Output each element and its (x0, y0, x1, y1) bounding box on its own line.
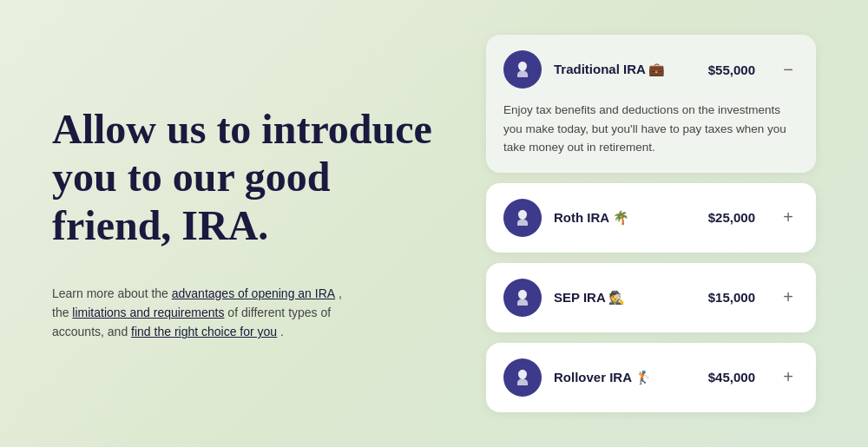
ira-toggle-traditional[interactable]: − (778, 59, 799, 80)
ira-card-traditional: Traditional IRA 💼$55,000−Enjoy tax benef… (486, 35, 816, 173)
ira-icon-sep (503, 279, 542, 317)
page-container: Allow us to introduce you to our good fr… (0, 0, 868, 447)
ira-description-traditional: Enjoy tax benefits and deductions on the… (503, 101, 799, 157)
ira-name-rollover: Rollover IRA 🏌️ (554, 370, 696, 385)
ira-name-sep: SEP IRA 🕵️ (554, 290, 696, 306)
ira-card-roth: Roth IRA 🌴$25,000+ (486, 183, 816, 253)
ira-card-header-sep: SEP IRA 🕵️$15,000+ (503, 279, 799, 317)
ira-card-header-roth: Roth IRA 🌴$25,000+ (503, 199, 799, 237)
ira-toggle-sep[interactable]: + (778, 287, 799, 308)
ira-card-sep: SEP IRA 🕵️$15,000+ (486, 263, 816, 332)
ira-amount-roth: $25,000 (708, 210, 755, 225)
ira-icon-rollover (503, 358, 542, 397)
right-panel: Traditional IRA 💼$55,000−Enjoy tax benef… (486, 35, 816, 412)
ira-icon-traditional (503, 50, 542, 89)
ira-name-traditional: Traditional IRA 💼 (554, 62, 696, 77)
ira-toggle-rollover[interactable]: + (778, 367, 799, 388)
link-advantages[interactable]: advantages of opening an IRA (172, 286, 335, 300)
ira-card-header-traditional: Traditional IRA 💼$55,000− (503, 50, 799, 89)
ira-card-rollover: Rollover IRA 🏌️$45,000+ (486, 343, 816, 412)
description-prefix: Learn more about the (52, 286, 172, 300)
description-suffix: . (280, 325, 284, 339)
ira-icon-roth (503, 199, 542, 237)
left-panel: Allow us to introduce you to our good fr… (52, 105, 434, 342)
link-right-choice[interactable]: find the right choice for you (131, 325, 277, 339)
ira-card-header-rollover: Rollover IRA 🏌️$45,000+ (503, 358, 799, 397)
ira-amount-sep: $15,000 (708, 290, 755, 305)
ira-amount-traditional: $55,000 (708, 62, 755, 77)
ira-amount-rollover: $45,000 (708, 370, 755, 385)
link-limitations[interactable]: limitations and requirements (72, 306, 224, 319)
ira-toggle-roth[interactable]: + (778, 207, 799, 228)
description: Learn more about the advantages of openi… (52, 284, 347, 342)
ira-name-roth: Roth IRA 🌴 (554, 210, 696, 226)
headline: Allow us to introduce you to our good fr… (52, 105, 434, 249)
